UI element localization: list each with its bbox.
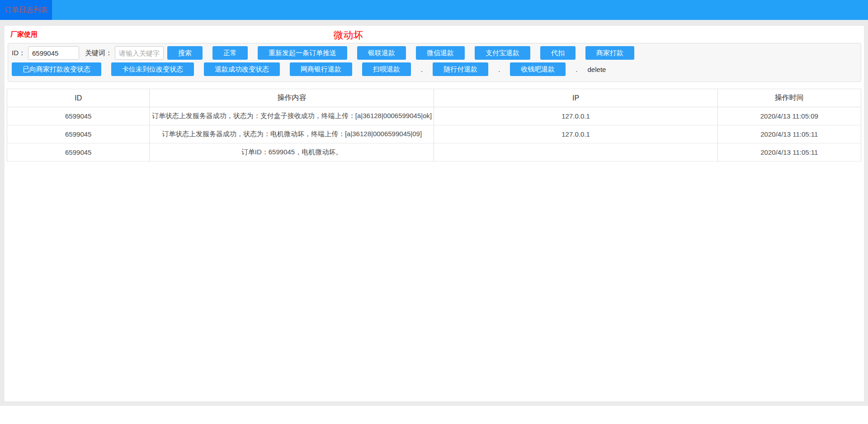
delete-action[interactable]: delete (588, 66, 606, 73)
id-label: ID： (12, 49, 25, 57)
filter-button[interactable]: 商家打款 (585, 46, 634, 60)
filter-panel: ID： 关键词： 搜索正常重新发起一条订单推送银联退款微信退款支付宝退款代扣商家… (8, 43, 861, 82)
content-card: 厂家使用 微动坏 ID： 关键词： 搜索正常重新发起一条订单推送银联退款微信退款… (5, 26, 864, 401)
column-header-content: 操作内容 (150, 89, 434, 107)
title-wrap: 微动坏 (5, 26, 692, 42)
filter-buttons-row2: 已向商家打款改变状态卡位未到位改变状态退款成功改变状态网商银行退款扫呗退款.随行… (12, 62, 857, 76)
filter-buttons-row1: 搜索正常重新发起一条订单推送银联退款微信退款支付宝退款代扣商家打款 (167, 46, 634, 60)
table-row: 6599045订单ID：6599045，电机微动坏。2020/4/13 11:0… (7, 143, 861, 162)
table-header-row: ID操作内容IP操作时间 (7, 89, 861, 107)
cell-content: 订单ID：6599045，电机微动坏。 (150, 143, 434, 162)
dot-separator: . (576, 66, 577, 73)
top-navbar: 订单日志列表 (0, 0, 868, 20)
card-header: 厂家使用 微动坏 (5, 26, 864, 43)
column-header-ip: IP (434, 89, 717, 107)
cell-ip: 127.0.0.1 (434, 125, 717, 143)
column-header-id: ID (7, 89, 150, 107)
keyword-label: 关键词： (85, 49, 112, 57)
cell-ip: 127.0.0.1 (434, 107, 717, 125)
tab-order-log-list-label: 订单日志列表 (5, 5, 48, 15)
filter-button[interactable]: 网商银行退款 (290, 62, 352, 76)
order-log-table: ID操作内容IP操作时间 6599045订单状态上发服务器成功，状态为：支付盒子… (7, 89, 861, 162)
cell-time: 2020/4/13 11:05:11 (717, 125, 861, 143)
table-row: 6599045订单状态上发服务器成功，状态为：支付盒子接收成功，终端上传：[a|… (7, 107, 861, 125)
page-title: 微动坏 (333, 29, 363, 41)
cell-ip (434, 143, 717, 162)
filter-button[interactable]: 搜索 (167, 46, 203, 60)
filter-button[interactable]: 重新发起一条订单推送 (258, 46, 347, 60)
id-input[interactable] (28, 46, 79, 60)
table-row: 6599045订单状态上发服务器成功，状态为：电机微动坏，终端上传：[a|361… (7, 125, 861, 143)
dot-separator: . (498, 66, 500, 73)
table-body: 6599045订单状态上发服务器成功，状态为：支付盒子接收成功，终端上传：[a|… (7, 107, 861, 162)
cell-id: 6599045 (7, 143, 150, 162)
filter-button[interactable]: 收钱吧退款 (510, 62, 566, 76)
filter-button[interactable]: 扫呗退款 (362, 62, 411, 76)
filter-button[interactable]: 正常 (212, 46, 248, 60)
cell-content: 订单状态上发服务器成功，状态为：电机微动坏，终端上传：[a|36128|0006… (150, 125, 434, 143)
tab-order-log-list[interactable]: 订单日志列表 (0, 0, 52, 20)
filter-button[interactable]: 随行付退款 (433, 62, 488, 76)
filter-button[interactable]: 代扣 (540, 46, 576, 60)
filter-button[interactable]: 银联退款 (357, 46, 406, 60)
cell-time: 2020/4/13 11:05:11 (717, 143, 861, 162)
vendor-note: 厂家使用 (10, 30, 38, 39)
filter-row-1: ID： 关键词： 搜索正常重新发起一条订单推送银联退款微信退款支付宝退款代扣商家… (12, 46, 857, 60)
cell-id: 6599045 (7, 125, 150, 143)
page-background: 厂家使用 微动坏 ID： 关键词： 搜索正常重新发起一条订单推送银联退款微信退款… (0, 20, 868, 406)
cell-id: 6599045 (7, 107, 150, 125)
filter-button[interactable]: 卡位未到位改变状态 (111, 62, 194, 76)
cell-time: 2020/4/13 11:05:09 (717, 107, 861, 125)
filter-button[interactable]: 已向商家打款改变状态 (12, 62, 101, 76)
dot-separator: . (421, 66, 423, 73)
cell-content: 订单状态上发服务器成功，状态为：支付盒子接收成功，终端上传：[a|36128|0… (150, 107, 434, 125)
filter-button[interactable]: 退款成功改变状态 (204, 62, 280, 76)
column-header-time: 操作时间 (717, 89, 861, 107)
filter-button[interactable]: 微信退款 (416, 46, 465, 60)
keyword-input[interactable] (115, 46, 164, 60)
filter-button[interactable]: 支付宝退款 (475, 46, 530, 60)
